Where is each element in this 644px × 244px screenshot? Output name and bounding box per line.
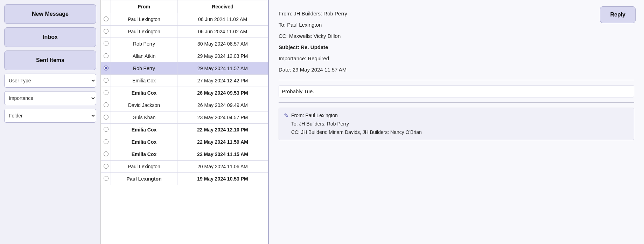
row-radio[interactable]	[104, 29, 108, 34]
reply-button[interactable]: Reply	[600, 6, 636, 23]
received-cell: 23 May 2024 04.57 PM	[177, 111, 268, 124]
table-row[interactable]: Rob Perry29 May 2024 11.57 AM	[101, 62, 268, 75]
received-col-header: Received	[177, 0, 268, 13]
from-cell: Emilia Cox	[111, 124, 177, 136]
from-cell: Emilia Cox	[111, 75, 177, 87]
table-row[interactable]: Rob Perry30 May 2024 08.57 AM	[101, 38, 268, 50]
received-cell: 20 May 2024 11.06 AM	[177, 161, 268, 173]
table-row[interactable]: Emilia Cox27 May 2024 12.42 PM	[101, 75, 268, 87]
email-body: Probably Tue.	[279, 85, 634, 97]
divider-1	[279, 80, 634, 80]
radio-cell	[101, 75, 111, 87]
from-cell: Guls Khan	[111, 111, 177, 124]
edit-icon: ✎	[284, 112, 288, 119]
from-cell: Paul Lexington	[111, 161, 177, 173]
radio-cell	[101, 173, 111, 185]
row-radio[interactable]	[104, 53, 108, 58]
radio-col-header	[101, 0, 111, 13]
divider-2	[279, 102, 634, 103]
email-from: From: JH Builders: Rob Perry	[279, 8, 634, 19]
row-radio[interactable]	[104, 78, 108, 83]
received-cell: 27 May 2024 12.42 PM	[177, 75, 268, 87]
from-cell: Paul Lexington	[111, 26, 177, 38]
received-cell: 29 May 2024 11.57 AM	[177, 62, 268, 75]
email-detail-panel: Reply From: JH Builders: Rob Perry To: P…	[269, 0, 644, 244]
received-cell: 26 May 2024 09.49 AM	[177, 99, 268, 111]
row-radio[interactable]	[104, 16, 108, 21]
received-cell: 22 May 2024 12.10 PM	[177, 124, 268, 136]
radio-cell	[101, 87, 111, 99]
radio-cell	[101, 26, 111, 38]
received-cell: 22 May 2024 11.59 AM	[177, 136, 268, 148]
radio-cell	[101, 136, 111, 148]
table-row[interactable]: Paul Lexington06 Jun 2024 11.02 AM	[101, 26, 268, 38]
row-radio[interactable]	[104, 41, 108, 46]
row-radio[interactable]	[104, 102, 108, 107]
received-cell: 06 Jun 2024 11.02 AM	[177, 26, 268, 38]
from-cell: Emilia Cox	[111, 148, 177, 161]
radio-cell	[101, 148, 111, 161]
from-cell: Rob Perry	[111, 62, 177, 75]
radio-cell	[101, 62, 111, 75]
row-radio[interactable]	[104, 151, 108, 156]
received-cell: 06 Jun 2024 11.02 AM	[177, 13, 268, 26]
radio-cell	[101, 124, 111, 136]
radio-cell	[101, 161, 111, 173]
table-row[interactable]: Paul Lexington19 May 2024 10.53 PM	[101, 173, 268, 185]
email-cc: CC: Maxwells: Vicky Dillon	[279, 31, 634, 41]
table-row[interactable]: Emilia Cox22 May 2024 11.15 AM	[101, 148, 268, 161]
message-list-panel: From Received Paul Lexington06 Jun 2024 …	[101, 0, 269, 244]
message-table: From Received Paul Lexington06 Jun 2024 …	[101, 0, 268, 185]
received-cell: 19 May 2024 10.53 PM	[177, 173, 268, 185]
row-radio[interactable]	[104, 139, 108, 144]
quoted-content: From: Paul Lexington To: JH Builders: Ro…	[291, 111, 422, 136]
importance-select[interactable]: Importance	[4, 91, 96, 105]
quoted-message: ✎ From: Paul Lexington To: JH Builders: …	[279, 108, 634, 140]
radio-cell	[101, 50, 111, 62]
quoted-to: To: JH Builders: Rob Perry	[291, 120, 422, 128]
from-col-header: From	[111, 0, 177, 13]
from-cell: David Jackson	[111, 99, 177, 111]
from-cell: Allan Atkin	[111, 50, 177, 62]
row-radio[interactable]	[104, 164, 108, 169]
from-cell: Paul Lexington	[111, 13, 177, 26]
email-to: To: Paul Lexington	[279, 20, 634, 30]
from-cell: Emilia Cox	[111, 136, 177, 148]
table-row[interactable]: Emilia Cox26 May 2024 09.53 PM	[101, 87, 268, 99]
received-cell: 22 May 2024 11.15 AM	[177, 148, 268, 161]
from-cell: Rob Perry	[111, 38, 177, 50]
received-cell: 29 May 2024 12.03 PM	[177, 50, 268, 62]
table-row[interactable]: Allan Atkin29 May 2024 12.03 PM	[101, 50, 268, 62]
row-radio[interactable]	[104, 176, 108, 181]
received-cell: 30 May 2024 08.57 AM	[177, 38, 268, 50]
quoted-cc: CC: JH Builders: Miriam Davids, JH Build…	[291, 128, 422, 137]
table-row[interactable]: David Jackson26 May 2024 09.49 AM	[101, 99, 268, 111]
quoted-from: From: Paul Lexington	[291, 111, 422, 120]
user-type-select[interactable]: User Type	[4, 74, 96, 88]
row-radio[interactable]	[104, 127, 108, 132]
email-subject: Subject: Re. Update	[279, 42, 634, 53]
radio-cell	[101, 13, 111, 26]
folder-select[interactable]: Folder	[4, 109, 96, 123]
sent-items-button[interactable]: Sent Items	[4, 50, 96, 70]
row-radio[interactable]	[104, 90, 108, 95]
email-importance: Importance: Required	[279, 53, 634, 64]
row-radio[interactable]	[104, 66, 108, 70]
email-date: Date: 29 May 2024 11.57 AM	[279, 65, 634, 75]
email-metadata: From: JH Builders: Rob Perry To: Paul Le…	[279, 8, 634, 75]
radio-cell	[101, 38, 111, 50]
table-row[interactable]: Guls Khan23 May 2024 04.57 PM	[101, 111, 268, 124]
table-row[interactable]: Emilia Cox22 May 2024 11.59 AM	[101, 136, 268, 148]
new-message-button[interactable]: New Message	[4, 4, 96, 24]
received-cell: 26 May 2024 09.53 PM	[177, 87, 268, 99]
radio-cell	[101, 99, 111, 111]
table-row[interactable]: Paul Lexington20 May 2024 11.06 AM	[101, 161, 268, 173]
inbox-button[interactable]: Inbox	[4, 27, 96, 47]
sidebar: New Message Inbox Sent Items User Type I…	[0, 0, 101, 244]
radio-cell	[101, 111, 111, 124]
from-cell: Emilia Cox	[111, 87, 177, 99]
table-row[interactable]: Emilia Cox22 May 2024 12.10 PM	[101, 124, 268, 136]
row-radio[interactable]	[104, 115, 108, 120]
table-row[interactable]: Paul Lexington06 Jun 2024 11.02 AM	[101, 13, 268, 26]
from-cell: Paul Lexington	[111, 173, 177, 185]
